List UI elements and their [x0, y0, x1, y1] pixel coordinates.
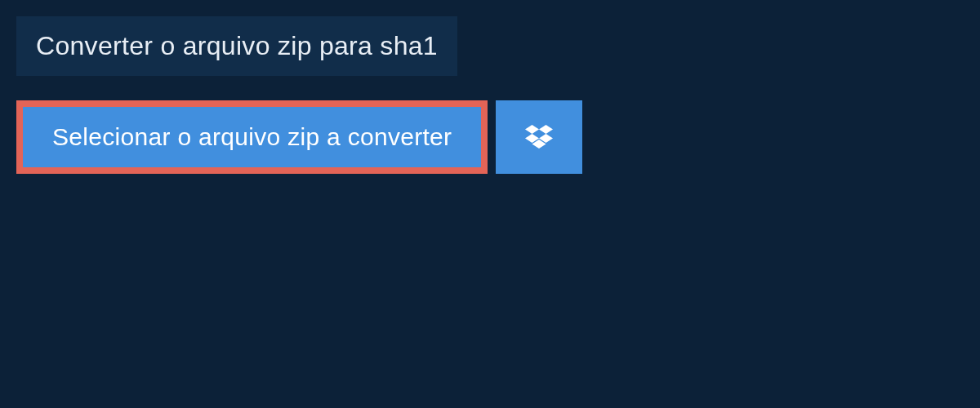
select-file-inner: Selecionar o arquivo zip a converter [23, 107, 481, 167]
select-file-button[interactable]: Selecionar o arquivo zip a converter [16, 100, 488, 174]
select-file-label: Selecionar o arquivo zip a converter [52, 123, 452, 151]
button-row: Selecionar o arquivo zip a converter [16, 100, 964, 174]
dropbox-button[interactable] [496, 100, 582, 174]
title-bar: Converter o arquivo zip para sha1 [16, 16, 457, 76]
page-container: Converter o arquivo zip para sha1 Seleci… [0, 0, 980, 190]
page-title: Converter o arquivo zip para sha1 [36, 31, 438, 60]
dropbox-icon [525, 125, 553, 149]
